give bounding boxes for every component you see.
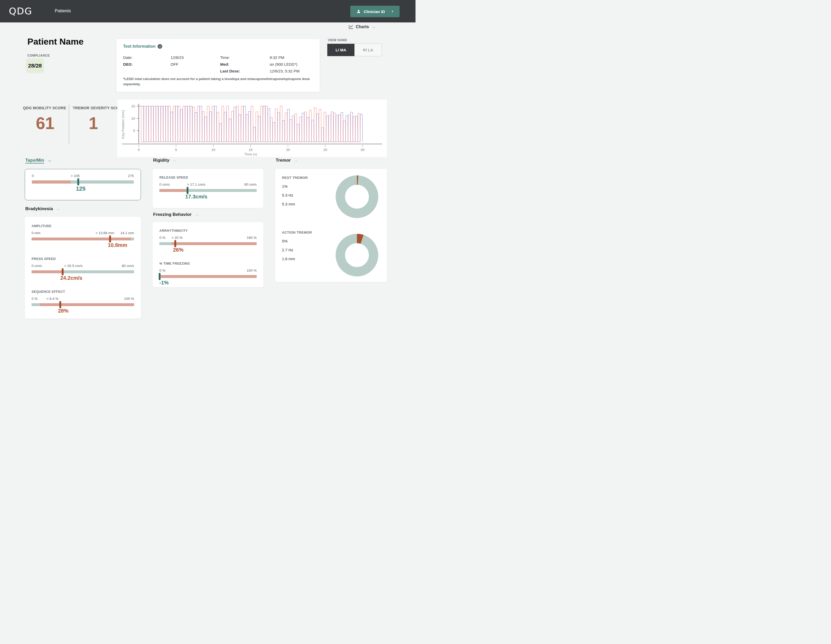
compliance-label: COMPLIANCE (27, 54, 50, 57)
arrow-right-icon: → (194, 212, 199, 217)
slider-marker (159, 273, 161, 280)
slider-threshold-label: > 25.5 cm/s (64, 264, 83, 268)
compliance-badge: 28/28 (26, 59, 44, 73)
slider-min-label: 0 % (32, 297, 38, 301)
slider-labels: 0 % < 20 % 160 % (159, 236, 257, 241)
patient-name: Patient Name (27, 37, 83, 47)
view-hand-option-right[interactable]: R/ LA (355, 44, 382, 56)
svg-text:5: 5 (133, 129, 135, 133)
rigidity-link[interactable]: Rigidity → (153, 157, 177, 163)
last-dose-label: Last Dose: (220, 69, 270, 73)
date-value: 12/6/23 (170, 55, 184, 60)
slider-threshold-label: > 17.1 cm/s (187, 183, 205, 186)
bradykinesia-link[interactable]: Bradykinesia → (25, 206, 60, 211)
slider-marker (174, 240, 176, 247)
view-hand-option-left[interactable]: L/ MA (327, 44, 355, 56)
action-tremor-label: ACTION TREMOR (282, 231, 312, 234)
slider-min-label: 0 % (159, 236, 166, 240)
info-icon[interactable]: i (158, 44, 162, 49)
view-hand-label: VIEW HAND (328, 38, 347, 42)
slider-labels: 0 % < 8.4 % 100 % (32, 297, 134, 302)
svg-text:5: 5 (175, 148, 177, 152)
slider-threshold-label: < 8.4 % (46, 297, 59, 301)
slider-labels: 0 > 105 275 (32, 174, 134, 179)
key-position-chart: 51015051015202530Time (s)Key Position (m… (117, 100, 387, 157)
slider-marker (59, 301, 61, 308)
freezing-behavior-link[interactable]: Freezing Behavior → (153, 212, 199, 217)
test-info-right-column: Time:8:32 PM Med:on (900 LEDD*) Last Dos… (220, 54, 315, 74)
time-label: Time: (220, 55, 270, 60)
dbs-value: OFF (170, 62, 178, 67)
svg-text:15: 15 (131, 104, 135, 108)
slider-segment-left (32, 237, 131, 240)
slider-threshold-label: > 105 (71, 174, 80, 178)
rest-tremor-amplitude: 5.3 mm (282, 202, 295, 206)
time-freezing-slider: 0 % 100 % -1% (159, 269, 257, 288)
slider-max-label: 80 cm/s (122, 264, 134, 268)
tremor-score-label: TREMOR SEVERITY SCORE (73, 106, 124, 110)
slider-value: 17.3cm/s (185, 194, 207, 200)
release-speed-slider: 0 cm/s > 17.1 cm/s 60 cm/s 17.3cm/s (159, 183, 257, 202)
med-label: Med: (220, 62, 270, 67)
taps-min-slider: 0 > 105 275 125 (32, 174, 134, 193)
slider-max-label: 60 cm/s (244, 183, 257, 186)
rest-tremor-label: REST TREMOR (282, 176, 308, 180)
slider-segment-right (40, 303, 134, 306)
slider-track (32, 180, 134, 184)
clinician-id-button[interactable]: Clinician ID ▼ (350, 6, 400, 17)
med-value: on (900 LEDD*) (270, 62, 297, 67)
slider-threshold-label: < 20 % (172, 236, 183, 240)
slider-segment-right (131, 237, 134, 240)
slider-min-label: 0 cm/s (32, 264, 42, 268)
slider-track (159, 242, 257, 245)
nav-patients[interactable]: Patients (55, 8, 71, 14)
taps-min-link[interactable]: Taps/Min → (25, 157, 51, 163)
slider-marker (109, 235, 111, 242)
mobility-score-value: 61 (36, 114, 54, 133)
tremor-link[interactable]: Tremor → (276, 157, 298, 163)
key-position-chart-card: 51015051015202530Time (s)Key Position (m… (117, 100, 387, 157)
arrow-right-icon: → (172, 157, 177, 163)
slider-value: 24.2cm/s (60, 275, 83, 281)
slider-marker (186, 187, 188, 194)
slider-max-label: 275 (128, 174, 134, 178)
bradykinesia-label: Bradykinesia (25, 206, 53, 211)
sequence-effect-slider: 0 % < 8.4 % 100 % 28% (32, 297, 134, 316)
svg-text:15: 15 (248, 148, 253, 152)
time-freezing-label: % TIME FREEZING (159, 262, 257, 266)
action-tremor-amplitude: 1.6 mm (282, 256, 295, 261)
slider-segment-right (64, 270, 134, 273)
slider-segment-left (159, 189, 187, 192)
test-information-title-text: Test Information (123, 44, 156, 49)
freezing-behavior-label: Freezing Behavior (153, 212, 191, 217)
slider-max-label: 160 % (247, 236, 257, 240)
view-hand-toggle: L/ MA R/ LA (327, 43, 382, 56)
svg-text:10: 10 (211, 148, 215, 152)
slider-value-row: 10.8mm (32, 242, 134, 250)
slider-segment-left (159, 242, 172, 245)
slider-track (32, 270, 134, 273)
score-divider (69, 104, 69, 143)
top-bar: QDG Patients Clinician ID ▼ (0, 0, 416, 22)
rest-tremor-percent: 1% (282, 184, 288, 189)
slider-track (159, 275, 257, 278)
slider-max-label: 100 % (124, 297, 134, 301)
svg-text:20: 20 (286, 148, 290, 152)
mobility-score-label: QDG MOBILITY SCORE (23, 106, 66, 110)
slider-threshold-label: > 13.68 mm (96, 231, 114, 235)
slider-labels: 0 % 100 % (159, 269, 257, 274)
slider-value-row: 28% (32, 308, 134, 316)
slider-value: 10.8mm (108, 242, 127, 248)
last-dose-value: 12/6/23, 5:32 PM (270, 69, 299, 73)
date-label: Date: (123, 55, 170, 60)
release-speed-label: RELEASE SPEED (159, 176, 257, 180)
sequence-effect-label: SEQUENCE EFFECT (32, 290, 134, 294)
chevron-down-icon: ▼ (391, 10, 393, 13)
slider-value: 125 (76, 185, 86, 192)
slider-min-label: 0 cm/s (159, 183, 170, 186)
slider-segment-right (161, 275, 257, 278)
slider-min-label: 0 mm (32, 231, 40, 235)
slider-value-row: 17.3cm/s (159, 194, 257, 202)
charts-link[interactable]: Charts → (349, 24, 376, 29)
slider-marker (62, 268, 64, 275)
